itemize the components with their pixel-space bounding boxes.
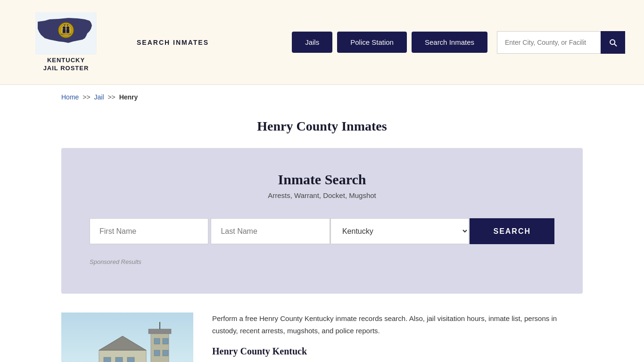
- site-title: SEARCH INMATES: [137, 39, 209, 46]
- search-box-subheading: Arrests, Warrant, Docket, Mugshot: [90, 191, 554, 199]
- breadcrumb-sep2: >>: [107, 93, 115, 101]
- state-select[interactable]: AlabamaAlaskaArizonaArkansasCaliforniaCo…: [330, 218, 470, 244]
- inmate-search-box: Inmate Search Arrests, Warrant, Docket, …: [61, 148, 583, 294]
- svg-text:★ ★: ★ ★: [64, 24, 68, 26]
- content-subheading: Henry County Kentuck: [212, 346, 583, 357]
- search-icon: [608, 38, 618, 47]
- svg-rect-16: [149, 329, 171, 334]
- search-box-heading: Inmate Search: [90, 172, 554, 188]
- svg-rect-18: [154, 338, 160, 344]
- svg-text:KENTUCKY: KENTUCKY: [61, 33, 71, 35]
- content-area: Perform a free Henry County Kentucky inm…: [0, 294, 644, 362]
- svg-rect-10: [116, 357, 123, 362]
- breadcrumb-home[interactable]: Home: [61, 93, 79, 101]
- logo-text: KENTUCKY JAIL ROSTER: [43, 57, 89, 73]
- breadcrumb: Home >> Jail >> Henry: [61, 93, 583, 101]
- search-inmates-button[interactable]: Search Inmates: [412, 32, 487, 53]
- site-header: ★ ★ KENTUCKY KENTUCKY JAIL ROSTER SEARCH…: [0, 0, 644, 85]
- search-submit-button[interactable]: SEARCH: [470, 218, 554, 244]
- breadcrumb-area: Home >> Jail >> Henry: [0, 85, 644, 109]
- svg-point-4: [66, 26, 69, 29]
- breadcrumb-current: Henry: [119, 93, 138, 101]
- svg-point-3: [63, 26, 66, 29]
- kentucky-state-svg: ★ ★ KENTUCKY: [35, 12, 97, 55]
- svg-rect-15: [151, 331, 169, 362]
- jail-building-svg: [90, 322, 174, 362]
- logo-area: ★ ★ KENTUCKY KENTUCKY JAIL ROSTER: [19, 12, 113, 73]
- page-title: Henry County Inmates: [0, 119, 644, 134]
- content-text: Perform a free Henry County Kentucky inm…: [212, 313, 583, 357]
- header-search-bar: [497, 31, 625, 54]
- content-image: [61, 313, 193, 362]
- breadcrumb-sep1: >>: [83, 93, 90, 101]
- jails-button[interactable]: Jails: [292, 32, 332, 53]
- first-name-input[interactable]: [90, 218, 208, 244]
- page-title-area: Henry County Inmates: [0, 109, 644, 148]
- svg-rect-9: [104, 357, 111, 362]
- logo-image: ★ ★ KENTUCKY: [35, 12, 97, 55]
- police-station-button[interactable]: Police Station: [337, 32, 407, 53]
- nav-area: Jails Police Station Search Inmates: [292, 31, 625, 54]
- svg-rect-19: [163, 338, 168, 344]
- svg-rect-20: [154, 350, 160, 356]
- svg-rect-21: [163, 350, 168, 356]
- svg-marker-8: [99, 336, 146, 350]
- header-search-input[interactable]: [497, 31, 601, 54]
- svg-rect-11: [127, 357, 134, 362]
- breadcrumb-jail[interactable]: Jail: [94, 93, 104, 101]
- sponsored-label: Sponsored Results: [90, 258, 554, 265]
- last-name-input[interactable]: [211, 218, 330, 244]
- content-description: Perform a free Henry County Kentucky inm…: [212, 313, 583, 337]
- header-search-button[interactable]: [601, 31, 625, 54]
- search-form-row: AlabamaAlaskaArizonaArkansasCaliforniaCo…: [90, 218, 554, 244]
